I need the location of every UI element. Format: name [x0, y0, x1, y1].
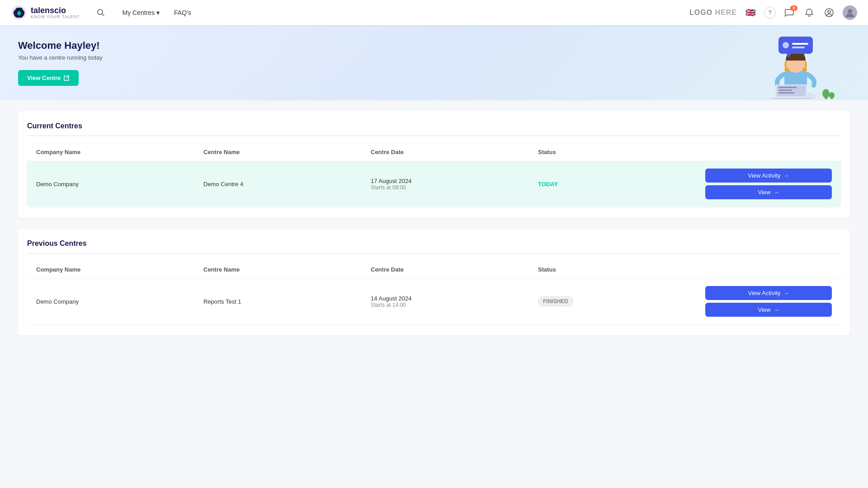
chevron-down-icon: ▾	[156, 9, 160, 16]
previous-centres-title: Previous Centres	[27, 239, 841, 248]
svg-rect-10	[792, 47, 805, 48]
prev-col-header-actions	[705, 266, 832, 273]
svg-point-28	[829, 92, 835, 99]
svg-line-2	[102, 14, 104, 16]
prev-row1-company: Demo Company	[36, 298, 203, 305]
nav-item-my-centres[interactable]: My Centres ▾	[116, 5, 166, 20]
svg-point-6	[848, 9, 852, 14]
svg-rect-9	[792, 43, 808, 45]
help-icon[interactable]: ?	[764, 7, 776, 19]
nav-item-faqs[interactable]: FAQ's	[168, 5, 198, 20]
hero-illustration	[750, 45, 841, 100]
col-header-actions	[705, 149, 832, 155]
col-header-centre: Centre Name	[203, 149, 371, 155]
main-nav: My Centres ▾ FAQ's	[116, 5, 689, 20]
prev-col-header-date: Centre Date	[371, 266, 538, 273]
external-link-icon	[63, 75, 70, 81]
bell-icon[interactable]	[803, 6, 816, 19]
svg-marker-11	[787, 54, 791, 58]
prev-row1-centre: Reports Test 1	[203, 298, 371, 305]
prev-row1-date: 14 August 2024 Starts at 14:00	[371, 295, 538, 308]
navbar-right: LOGO HERE 🇬🇧 ? 9	[689, 5, 857, 20]
current-centre-row-1: Demo Company Demo Centre 4 17 August 202…	[27, 161, 841, 207]
previous-centres-section: Previous Centres Company Name Centre Nam…	[18, 229, 850, 335]
hero-banner: Welcome Hayley! You have a centre runnin…	[0, 25, 868, 100]
current-row1-centre: Demo Centre 4	[203, 181, 371, 188]
current-centres-divider	[27, 136, 841, 136]
prev-row1-date-primary: 14 August 2024	[371, 295, 538, 302]
current-row1-view-button[interactable]: View →	[705, 185, 832, 199]
previous-centres-divider	[27, 253, 841, 253]
col-header-status: Status	[538, 149, 705, 155]
previous-centres-table: Company Name Centre Name Centre Date Sta…	[27, 261, 841, 324]
svg-rect-24	[771, 98, 811, 99]
avatar[interactable]	[843, 5, 857, 20]
logo-icon	[11, 5, 27, 21]
prev-row1-date-secondary: Starts at 14:00	[371, 302, 538, 308]
svg-point-8	[783, 42, 789, 48]
current-row1-company: Demo Company	[36, 181, 203, 188]
col-header-date: Centre Date	[371, 149, 538, 155]
col-header-company: Company Name	[36, 149, 203, 155]
current-row1-actions: View Activity → View →	[705, 169, 832, 199]
svg-rect-23	[778, 92, 794, 94]
current-centres-table-header: Company Name Centre Name Centre Date Sta…	[27, 143, 841, 161]
prev-col-header-status: Status	[538, 266, 705, 273]
svg-rect-21	[778, 87, 797, 88]
status-today-badge: TODAY	[538, 181, 558, 188]
svg-point-17	[784, 67, 789, 72]
svg-point-18	[802, 67, 807, 72]
brand-logo[interactable]: talenscio KNOW YOUR TALENT	[11, 5, 80, 21]
message-notification[interactable]: 9	[783, 6, 796, 19]
user-circle-icon[interactable]	[823, 6, 835, 19]
flag-icon[interactable]: 🇬🇧	[744, 6, 757, 19]
prev-row1-status: FINISHED	[538, 296, 705, 306]
prev-row1-view-activity-button[interactable]: View Activity →	[705, 286, 832, 300]
current-row1-status: TODAY	[538, 181, 705, 188]
prev-col-header-centre: Centre Name	[203, 266, 371, 273]
prev-row1-actions: View Activity → View →	[705, 286, 832, 317]
search-icon[interactable]	[94, 6, 107, 19]
current-row1-date-secondary: Starts at 08:00	[371, 184, 538, 191]
view-centre-button[interactable]: View Centre	[18, 70, 79, 86]
status-finished-badge: FINISHED	[538, 296, 573, 306]
previous-centres-table-header: Company Name Centre Name Centre Date Sta…	[27, 261, 841, 279]
hero-title: Welcome Hayley!	[18, 40, 850, 52]
current-row1-view-activity-button[interactable]: View Activity →	[705, 169, 832, 183]
hero-subtitle: You have a centre running today	[18, 54, 850, 61]
previous-centre-row-1: Demo Company Reports Test 1 14 August 20…	[27, 279, 841, 324]
navbar: talenscio KNOW YOUR TALENT My Centres ▾ …	[0, 0, 868, 25]
logo-here-text: LOGO HERE	[689, 9, 737, 17]
prev-col-header-company: Company Name	[36, 266, 203, 273]
brand-sub: KNOW YOUR TALENT	[31, 14, 80, 19]
current-row1-date-primary: 17 August 2024	[371, 178, 538, 184]
current-row1-date: 17 August 2024 Starts at 08:00	[371, 178, 538, 191]
message-badge-count: 9	[790, 5, 797, 11]
svg-point-4	[828, 10, 830, 13]
prev-row1-view-button[interactable]: View →	[705, 303, 832, 317]
current-centres-table: Company Name Centre Name Centre Date Sta…	[27, 143, 841, 207]
current-centres-section: Current Centres Company Name Centre Name…	[18, 111, 850, 218]
current-centres-title: Current Centres	[27, 122, 841, 130]
svg-rect-22	[778, 89, 792, 91]
main-content: Current Centres Company Name Centre Name…	[0, 100, 868, 357]
svg-point-26	[822, 89, 830, 98]
brand-name: talenscio	[31, 6, 80, 14]
